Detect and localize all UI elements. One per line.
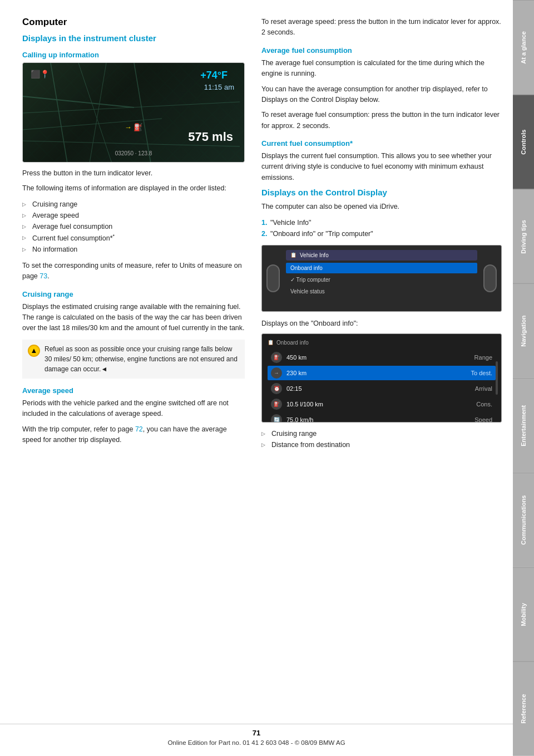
cruising-range-text: Displays the estimated cruising range av… — [22, 302, 245, 334]
avg-fuel-text1: The average fuel consumption is calculat… — [261, 58, 502, 80]
avg-fuel-text3: To reset average fuel consumption: press… — [261, 110, 502, 131]
calling-up-info-title: Calling up information — [22, 51, 245, 59]
tab-communications[interactable]: Communications — [513, 473, 534, 567]
svg-line-4 — [90, 63, 106, 162]
warning-icon: ▲ — [28, 345, 40, 357]
footer-text: Online Edition for Part no. 01 41 2 603 … — [0, 739, 513, 746]
onboard-info-text: Displays on the "Onboard info": — [261, 318, 502, 329]
section-displays-title: Displays in the instrument cluster — [22, 33, 245, 43]
idrive-knob-right — [483, 264, 497, 292]
nav-icon: ⬛📍 — [31, 70, 50, 78]
tab-at-a-glance[interactable]: At a glance — [513, 0, 534, 95]
cluster-miles: 575 mls — [188, 130, 233, 144]
bullet-avg-fuel: Average fuel consumption — [22, 221, 245, 232]
page-container: Computer Displays in the instrument clus… — [0, 0, 534, 756]
link-72[interactable]: 72 — [135, 425, 143, 433]
tab-entertainment[interactable]: Entertainment — [513, 378, 534, 473]
cluster-time: 11:15 am — [204, 83, 234, 91]
warning-box: ▲ Refuel as soon as possible once your c… — [22, 340, 245, 379]
bullet-no-info: No information — [22, 244, 245, 255]
average-speed-title: Average speed — [22, 386, 245, 395]
para2: The following items of information are d… — [22, 183, 245, 194]
onboard-info-display: 📋 Onboard info ⛽ 450 km Range → 230 km T… — [261, 333, 502, 423]
onboard-row-todest: → 230 km To dest. — [268, 366, 496, 380]
numbered-items-list: 1. "Vehicle Info" 2. "Onboard info" or "… — [261, 217, 502, 239]
idrive-item-status: Vehicle status — [286, 286, 477, 297]
arrival-icon: ⏰ — [271, 383, 282, 394]
final-bullet-cruising: Cruising range — [261, 428, 502, 439]
page-number: 71 — [0, 729, 513, 737]
final-bullet-distance: Distance from destination — [261, 439, 502, 450]
cluster-code: 032050 · 123.8 — [115, 150, 152, 156]
cruising-range-title: Cruising range — [22, 290, 245, 298]
info-bullets: Cruising range Average speed Average fue… — [22, 199, 245, 255]
link-73[interactable]: 73 — [39, 272, 47, 280]
scroll-indicator — [496, 361, 498, 395]
onboard-row-range: ⛽ 450 km Range — [268, 350, 496, 365]
numbered-item-2: 2. "Onboard info" or "Trip computer" — [261, 228, 502, 239]
sidebar: At a glance Controls Driving tips Naviga… — [513, 0, 534, 756]
avg-fuel-title: Average fuel consumption — [261, 46, 502, 55]
svg-line-5 — [134, 63, 151, 162]
bullet-current-fuel: Current fuel consumption** — [22, 232, 245, 244]
idrive-display: 📋 Vehicle Info Onboard info ✓ Trip compu… — [261, 245, 502, 312]
left-column: Computer Displays in the instrument clus… — [22, 17, 245, 739]
control-display-text: The computer can also be opened via iDri… — [261, 202, 502, 212]
page-footer: 71 Online Edition for Part no. 01 41 2 6… — [0, 724, 513, 746]
tab-driving-tips[interactable]: Driving tips — [513, 189, 534, 284]
control-display-title: Displays on the Control Display — [261, 188, 502, 197]
idrive-knob — [266, 264, 280, 292]
cluster-image: ⬛📍 +74°F 11:15 am → ⛽ 575 mls 032050 · 1… — [22, 62, 245, 163]
avg-speed-text2: With the trip computer, refer to page 72… — [22, 424, 245, 446]
svg-line-1 — [51, 63, 67, 162]
units-note: To set the corresponding units of measur… — [22, 261, 245, 282]
onboard-header: 📋 Onboard info — [268, 340, 496, 346]
tab-controls[interactable]: Controls — [513, 95, 534, 189]
avg-fuel-text2: You can have the average consumption for… — [261, 84, 502, 106]
bullet-cruising: Cruising range — [22, 199, 245, 210]
right-column: To reset average speed: press the button… — [261, 17, 502, 739]
current-fuel-title: Current fuel consumption* — [261, 139, 502, 148]
svg-line-6 — [23, 102, 240, 113]
final-bullets: Cruising range Distance from destination — [261, 428, 502, 450]
idrive-item-onboard: Onboard info — [286, 263, 477, 273]
reset-speed-text: To reset average speed: press the button… — [261, 17, 502, 38]
onboard-row-cons: ⛽ 10.5 l/100 km Cons. — [268, 397, 496, 411]
cluster-temp: +74°F — [200, 70, 228, 81]
para1: Press the button in the turn indicator l… — [22, 168, 245, 179]
cluster-dest: → ⛽ — [125, 123, 143, 131]
bullet-avg-speed: Average speed — [22, 210, 245, 221]
cons-icon: ⛽ — [271, 399, 282, 410]
numbered-item-1: 1. "Vehicle Info" — [261, 217, 502, 228]
idrive-header: 📋 Vehicle Info — [286, 250, 477, 261]
avg-speed-text1: Periods with the vehicle parked and the … — [22, 398, 245, 420]
dest-icon: → — [271, 367, 282, 379]
page-title: Computer — [22, 17, 245, 28]
current-fuel-text: Displays the current fuel consumption. T… — [261, 151, 502, 183]
svg-line-0 — [23, 96, 134, 107]
onboard-row-speed: 🔄 75.0 km/h Speed — [268, 413, 496, 423]
tab-navigation[interactable]: Navigation — [513, 283, 534, 378]
range-icon: ⛽ — [271, 352, 282, 363]
onboard-row-arrival: ⏰ 02:15 Arrival — [268, 381, 496, 396]
warning-text: Refuel as soon as possible once your cru… — [44, 344, 239, 374]
speed-icon: 🔄 — [271, 414, 282, 423]
svg-line-3 — [78, 63, 112, 162]
idrive-item-trip: ✓ Trip computer — [286, 274, 477, 285]
main-content: Computer Displays in the instrument clus… — [0, 0, 513, 756]
tab-reference[interactable]: Reference — [513, 661, 534, 756]
tab-mobility[interactable]: Mobility — [513, 567, 534, 662]
